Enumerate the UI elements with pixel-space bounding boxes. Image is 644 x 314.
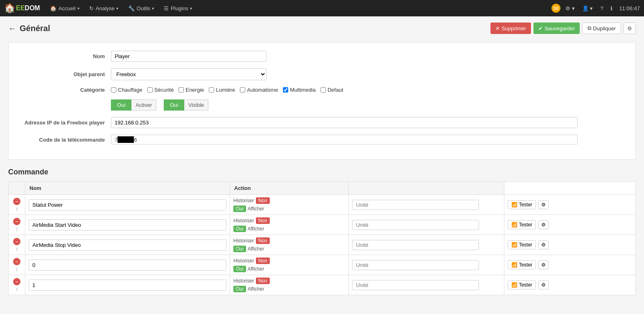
action-cell: Historiser Non Oui Afficher [230,215,349,235]
row-settings-button[interactable]: ⚙ [538,220,549,229]
nav-accueil[interactable]: 🏠 Accueil ▾ [46,0,84,16]
tester-button[interactable]: 📶 Tester [508,240,536,249]
checkbox-securite[interactable]: Sécurité [147,87,174,93]
adresse-ip-input[interactable] [111,117,578,128]
row-nom-input[interactable] [29,199,226,210]
historiser-non-badge[interactable]: Non [256,258,270,264]
unite-input[interactable] [352,260,479,270]
row-settings-button[interactable]: ⚙ [538,280,549,289]
row-settings-button[interactable]: ⚙ [538,200,549,209]
tester-button[interactable]: 📶 Tester [508,200,536,209]
chevron-down-icon: ▾ [152,6,154,11]
historiser-label: Historiser [233,218,254,224]
row-nom-input[interactable] [29,219,226,230]
afficher-label: Afficher [248,246,264,252]
tester-button[interactable]: 📶 Tester [508,260,536,269]
checkbox-multimedia[interactable]: Multimedia [283,87,316,93]
nom-cell [25,195,230,215]
row-controls-cell: − ↕ [9,275,25,295]
remove-row-button[interactable]: − [13,278,20,285]
afficher-label: Afficher [248,226,264,232]
sort-arrows[interactable]: ↕ [16,206,18,212]
historiser-non-badge[interactable]: Non [256,217,270,224]
unite-input[interactable] [352,280,479,290]
action-buttons-cell: 📶 Tester ⚙ [504,235,636,255]
checkbox-chauffage[interactable]: Chauffage [111,87,142,93]
sauvegarder-button[interactable]: ✔ Sauvegarder [533,23,580,34]
activer-oui-btn[interactable]: Oui [111,99,131,111]
sort-arrows[interactable]: ↕ [16,246,18,252]
checkbox-automatisme[interactable]: Automatisme [240,87,278,93]
row-settings-button[interactable]: ⚙ [538,260,549,269]
toggle-group: Oui Activer Oui Visible [111,99,212,111]
activer-label: Activer [131,99,156,111]
signal-icon: 📶 [511,222,517,228]
unite-input[interactable] [352,200,479,210]
row-settings-button[interactable]: ⚙ [538,240,549,249]
nom-cell [25,235,230,255]
back-icon[interactable]: ← [8,24,16,33]
remove-row-button[interactable]: − [13,218,20,225]
action-buttons-cell: 📶 Tester ⚙ [504,195,636,215]
remove-row-button[interactable]: − [13,198,20,205]
row-controls-cell: − ↕ [9,255,25,275]
action-buttons-cell: 📶 Tester ⚙ [504,275,636,295]
minus-icon: ✕ [495,25,500,32]
checkbox-energie[interactable]: Energie [179,87,204,93]
row-nom-input[interactable] [29,280,226,291]
row-nom-input[interactable] [29,239,226,251]
row-controls-cell: − ↕ [9,195,25,215]
row-controls: − ↕ [12,198,22,212]
afficher-oui-badge[interactable]: Oui [233,206,246,212]
gear-button[interactable]: ⚙ [624,23,636,34]
tester-button[interactable]: 📶 Tester [508,280,536,289]
remove-row-button[interactable]: − [13,258,20,265]
form-row-code-telecommande: Code de la télécommande 7 6 [21,135,623,145]
dupliquer-button[interactable]: ⧉ Dupliquer [582,23,621,34]
sort-arrows[interactable]: ↕ [16,286,18,292]
nav-plugins[interactable]: ☰ Plugins ▾ [160,0,196,16]
supprimer-button[interactable]: ✕ Supprimer [490,23,531,34]
row-nom-input[interactable] [29,260,226,271]
nav-outils[interactable]: 🔧 Outils ▾ [124,0,158,16]
objet-parent-select[interactable]: Freebox [111,68,267,80]
unite-input[interactable] [352,220,479,230]
nom-label: Nom [21,53,111,59]
help-icon[interactable]: ? [598,4,606,13]
sort-arrows[interactable]: ↕ [16,266,18,272]
page-actions: ✕ Supprimer ✔ Sauvegarder ⧉ Dupliquer ⚙ [490,23,636,34]
afficher-oui-badge[interactable]: Oui [233,226,246,232]
visible-oui-btn[interactable]: Oui [164,99,184,111]
checkbox-lumiere[interactable]: Lumière [209,87,235,93]
unite-cell [349,235,504,255]
historiser-non-badge[interactable]: Non [256,278,270,284]
home-icon: 🏠 [50,5,56,11]
historiser-label: Historiser [233,238,254,244]
tester-button[interactable]: 📶 Tester [508,220,536,229]
form-row-categorie: Catégorie Chauffage Sécurité Energie Lum… [21,87,623,93]
settings-icon[interactable]: ⚙ ▾ [563,4,577,13]
afficher-oui-badge[interactable]: Oui [233,286,246,292]
nav-analyse[interactable]: ↻ Analyse ▾ [85,0,122,16]
nom-input[interactable] [111,51,267,62]
checkbox-defaut[interactable]: Defaut [321,87,343,93]
afficher-oui-badge[interactable]: Oui [233,246,246,252]
remove-row-button[interactable]: − [13,238,20,245]
afficher-oui-badge[interactable]: Oui [233,266,246,272]
copy-icon: ⧉ [588,25,591,32]
tools-icon: 🔧 [128,5,135,11]
analyse-icon: ↻ [89,5,94,11]
unite-input[interactable] [352,240,479,250]
brand-logo[interactable]: 🏠 EEDOM [4,3,40,14]
historiser-non-badge[interactable]: Non [256,237,270,244]
page-title: ← Général [8,24,50,33]
sort-arrows[interactable]: ↕ [16,226,18,232]
action-buttons-cell: 📶 Tester ⚙ [504,215,636,235]
signal-icon: 📶 [511,242,517,248]
code-telecommande-input[interactable]: 7 6 [111,135,578,145]
notification-badge[interactable]: 10 [551,4,560,13]
user-icon[interactable]: 👤 ▾ [580,4,596,13]
info-icon[interactable]: ℹ [608,4,615,13]
navbar-right: 10 ⚙ ▾ 👤 ▾ ? ℹ 11:06:47 [551,4,640,13]
historiser-non-badge[interactable]: Non [256,197,270,204]
